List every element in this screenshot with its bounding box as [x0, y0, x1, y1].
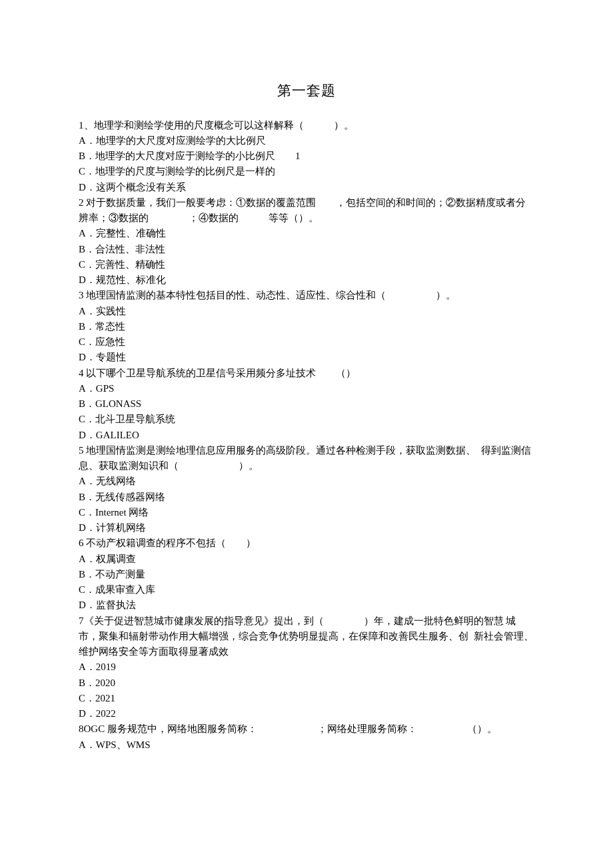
question-option: B．地理学的大尺度对应于测绘学的小比例尺 1 [79, 149, 534, 164]
question-option: D．GALILEO [79, 428, 534, 443]
question-option: A．2019 [79, 659, 534, 675]
question-stem: 6 不动产权籍调查的程序不包括（ ） [79, 536, 534, 551]
question-stem: 8OGC 服务规范中，网络地图服务简称： ；网络处理服务简称： （）。 [79, 721, 534, 737]
question-stem: 5 地理国情监测是测绘地理信息应用服务的高级阶段。通过各种检测手段，获取监测数据… [79, 443, 534, 474]
question-option: C．应急性 [79, 334, 534, 350]
question-option: C．北斗卫星导航系统 [79, 412, 534, 427]
question-option: B．GLONASS [79, 396, 534, 412]
question-stem: 1、地理学和测绘学使用的尺度概念可以这样解释（ ）。 [79, 118, 534, 133]
question-option: B．合法性、非法性 [79, 242, 534, 257]
question-option: D．监督执法 [79, 598, 534, 613]
question-option: C．地理学的尺度与测绘学的比例尺是一样的 [79, 164, 534, 179]
question-option: B．无线传感器网络 [79, 490, 534, 505]
question-option: D．计算机网络 [79, 520, 534, 536]
question-option: C．Internet 网络 [79, 505, 534, 520]
question-option: D．规范性、标准化 [79, 272, 534, 288]
question-option: C．2021 [79, 691, 534, 706]
question-option: A．地理学的大尺度对应测绘学的大比例尺 [79, 133, 534, 149]
question-option: A．实践性 [79, 304, 534, 319]
question-option: B．常态性 [79, 319, 534, 334]
question-stem: 3 地理国情监测的基本特性包括目的性、动态性、适应性、综合性和（ ）。 [79, 288, 534, 303]
document-page: 第一套题 1、地理学和测绘学使用的尺度概念可以这样解释（ ）。A．地理学的大尺度… [0, 0, 613, 868]
question-option: A．GPS [79, 381, 534, 396]
questions-container: 1、地理学和测绘学使用的尺度概念可以这样解释（ ）。A．地理学的大尺度对应测绘学… [79, 118, 534, 753]
question-option: D．这两个概念没有关系 [79, 180, 534, 195]
question-option: D．专题性 [79, 350, 534, 365]
question-option: B．2020 [79, 675, 534, 691]
page-title: 第一套题 [79, 80, 534, 102]
question-option: D．2022 [79, 706, 534, 721]
question-stem: 2 对于数据质量，我们一般要考虑：①数据的覆盖范围 ，包括空间的和时间的；②数据… [79, 195, 534, 226]
question-option: A．无线网络 [79, 474, 534, 489]
question-option: A．WPS、WMS [79, 737, 534, 753]
question-option: B．不动产测量 [79, 567, 534, 582]
question-stem: 7《关于促进智慧城市健康发展的指导意见》提出，到（ ）年，建成一批特色鲜明的智慧… [79, 614, 534, 660]
question-option: C．成果审查入库 [79, 582, 534, 598]
question-option: C．完善性、精确性 [79, 257, 534, 272]
question-stem: 4 以下哪个卫星导航系统的卫星信号采用频分多址技术 （） [79, 366, 534, 381]
question-option: A．完整性、准确性 [79, 226, 534, 241]
question-option: A．权属调查 [79, 552, 534, 567]
